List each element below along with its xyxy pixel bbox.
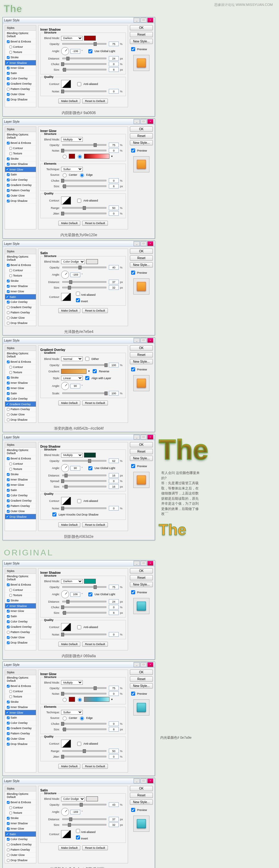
- value-input[interactable]: [109, 280, 119, 284]
- minimize-button[interactable]: _: [134, 435, 140, 440]
- new-style-button[interactable]: New Style...: [130, 262, 153, 268]
- sidebar-item-outer_glow[interactable]: Outer Glow: [5, 736, 36, 742]
- sidebar-item-pattern_overlay[interactable]: Pattern Overlay: [5, 87, 36, 92]
- sidebar-check-pattern_overlay[interactable]: [7, 408, 10, 411]
- ok-button[interactable]: OK: [130, 786, 153, 791]
- color-radio[interactable]: [63, 698, 67, 702]
- slider[interactable]: [62, 586, 106, 588]
- sidebar-check-stroke[interactable]: [7, 56, 10, 59]
- value-input[interactable]: [109, 506, 119, 510]
- sidebar-item-inner_glow[interactable]: Inner Glow: [5, 609, 36, 614]
- sidebar-check-texture[interactable]: [9, 695, 12, 698]
- reset-default-button[interactable]: Reset to Default: [82, 221, 108, 226]
- sidebar-item-drop_shadow[interactable]: Drop Shadow: [5, 742, 36, 747]
- invert-check[interactable]: [76, 298, 80, 302]
- sidebar-check-inner_glow[interactable]: [6, 711, 9, 714]
- slider[interactable]: [62, 728, 106, 730]
- sidebar-check-contour[interactable]: [9, 147, 12, 150]
- color-swatch[interactable]: [69, 697, 75, 702]
- sidebar-check-texture[interactable]: [9, 51, 12, 54]
- sidebar-check-drop_shadow[interactable]: [6, 515, 9, 518]
- sidebar-check-color_overlay[interactable]: [7, 494, 10, 497]
- slider[interactable]: [62, 475, 106, 476]
- slider[interactable]: [62, 818, 106, 820]
- reset-button[interactable]: Reset: [130, 32, 153, 37]
- blend-mode-select[interactable]: Multiply: [61, 137, 83, 142]
- sidebar-check-gradient_overlay[interactable]: [6, 403, 9, 405]
- angle-input[interactable]: [70, 49, 80, 54]
- sidebar-item-blending[interactable]: Blending Options: Default: [5, 254, 36, 262]
- technique-select[interactable]: Softer: [61, 167, 83, 172]
- new-style-button[interactable]: New Style...: [130, 39, 153, 44]
- angle-dial[interactable]: [61, 464, 69, 472]
- value-input[interactable]: [109, 484, 119, 489]
- sidebar-item-outer_glow[interactable]: Outer Glow: [5, 412, 36, 417]
- sidebar-item-blending[interactable]: Blending Options: Default: [5, 675, 36, 684]
- value-input[interactable]: [109, 721, 119, 726]
- sidebar-check-gradient_overlay[interactable]: [7, 727, 10, 730]
- sidebar-check-outer_glow[interactable]: [7, 854, 10, 857]
- close-button[interactable]: ×: [147, 561, 153, 566]
- sidebar-item-stroke[interactable]: Stroke: [5, 700, 36, 705]
- global-light-check[interactable]: [88, 592, 92, 596]
- value-input[interactable]: [109, 749, 119, 753]
- slider[interactable]: [62, 58, 106, 59]
- angle-input[interactable]: [70, 592, 80, 597]
- sidebar-check-drop_shadow[interactable]: [7, 743, 10, 746]
- value-input[interactable]: [109, 391, 119, 396]
- blend-mode-select[interactable]: Multiply: [61, 453, 83, 458]
- sidebar-item-bevel[interactable]: Bevel & Emboss: [5, 39, 36, 44]
- contour-picker[interactable]: [61, 623, 71, 631]
- sidebar-item-texture[interactable]: Texture: [5, 593, 36, 598]
- sidebar-item-inner_shadow[interactable]: Inner Shadow: [5, 603, 36, 609]
- sidebar-item-gradient_overlay[interactable]: Gradient Overlay: [5, 726, 36, 731]
- sidebar-item-texture[interactable]: Texture: [5, 273, 36, 278]
- sidebar-check-gradient_overlay[interactable]: [7, 306, 10, 309]
- value-input[interactable]: [109, 265, 119, 270]
- sidebar-check-contour[interactable]: [9, 690, 12, 693]
- value-input[interactable]: [109, 363, 119, 367]
- titlebar[interactable]: Layer Style_□×: [3, 119, 155, 125]
- sidebar-check-stroke[interactable]: [7, 599, 10, 602]
- sidebar-item-texture[interactable]: Texture: [5, 810, 36, 816]
- source-center-radio[interactable]: [63, 173, 67, 177]
- angle-dial[interactable]: [61, 271, 69, 279]
- sidebar-item-satin[interactable]: Satin: [5, 488, 36, 493]
- sidebar-item-drop_shadow[interactable]: Drop Shadow: [5, 198, 36, 204]
- sidebar-check-inner_shadow[interactable]: [7, 382, 10, 384]
- maximize-button[interactable]: □: [141, 662, 147, 667]
- make-default-button[interactable]: Make Default: [58, 764, 80, 769]
- value-input[interactable]: [109, 67, 119, 72]
- slider[interactable]: [62, 213, 106, 214]
- sidebar-item-blending[interactable]: Blending Options: Default: [5, 31, 36, 39]
- sidebar-check-bevel[interactable]: [7, 361, 10, 363]
- sidebar-item-bevel[interactable]: Bevel & Emboss: [5, 684, 36, 689]
- sidebar-item-pattern_overlay[interactable]: Pattern Overlay: [5, 503, 36, 509]
- value-input[interactable]: [109, 823, 119, 827]
- sidebar-check-inner_shadow[interactable]: [7, 706, 10, 709]
- anti-aliased-check[interactable]: [76, 292, 80, 296]
- sidebar-item-drop_shadow[interactable]: Drop Shadow: [5, 514, 36, 519]
- sidebar-check-outer_glow[interactable]: [7, 194, 10, 197]
- preview-check[interactable]: [131, 149, 135, 153]
- sidebar-check-gradient_overlay[interactable]: [7, 626, 10, 628]
- sidebar-check-stroke[interactable]: [7, 157, 10, 160]
- sidebar-item-stroke[interactable]: Stroke: [5, 278, 36, 284]
- sidebar-item-bevel[interactable]: Bevel & Emboss: [5, 582, 36, 587]
- new-style-button[interactable]: New Style...: [130, 456, 153, 461]
- sidebar-check-pattern_overlay[interactable]: [7, 505, 10, 507]
- sidebar-item-pattern_overlay[interactable]: Pattern Overlay: [5, 630, 36, 635]
- angle-dial[interactable]: [61, 808, 69, 816]
- sidebar-item-color_overlay[interactable]: Color Overlay: [5, 837, 36, 842]
- sidebar-item-gradient_overlay[interactable]: Gradient Overlay: [5, 624, 36, 630]
- titlebar[interactable]: Layer Style_□×: [3, 560, 155, 566]
- align-check[interactable]: [85, 376, 89, 380]
- reset-default-button[interactable]: Reset to Default: [82, 308, 108, 313]
- sidebar-item-drop_shadow[interactable]: Drop Shadow: [5, 858, 36, 863]
- sidebar-item-satin[interactable]: Satin: [5, 831, 36, 837]
- angle-input[interactable]: [70, 273, 80, 277]
- slider[interactable]: [62, 281, 106, 283]
- sidebar-item-satin[interactable]: Satin: [5, 172, 36, 177]
- make-default-button[interactable]: Make Default: [58, 401, 80, 405]
- sidebar-item-outer_glow[interactable]: Outer Glow: [5, 193, 36, 198]
